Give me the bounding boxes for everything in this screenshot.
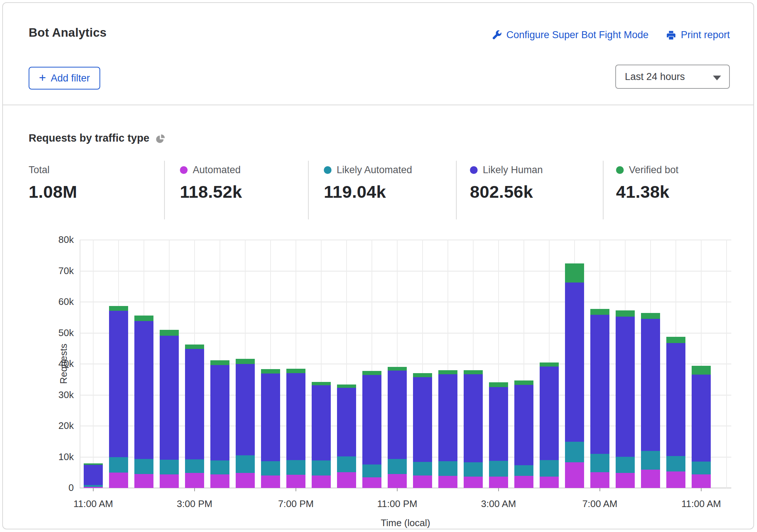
bar-segment-likely-human [261,374,280,461]
bar-segment-likely-automated [590,454,609,472]
add-filter-button[interactable]: + Add filter [29,67,100,90]
bar-segment-verified-bot [540,362,559,367]
y-tick-label: 70k [41,265,74,277]
bar-stack-hour-17[interactable] [514,380,533,488]
bar-stack-hour-2[interactable] [134,316,153,488]
configure-link-label: Configure Super Bot Fight Mode [506,29,648,41]
bar-segment-automated [312,475,331,488]
y-tick-label: 50k [41,327,74,339]
bar-segment-likely-automated [438,461,457,476]
bar-segment-verified-bot [185,345,204,349]
x-tick-mark [600,488,600,491]
y-tick-label: 10k [41,451,74,463]
bar-segment-likely-human [236,364,255,455]
bar-stack-hour-23[interactable] [666,337,685,488]
bar-segment-likely-human [312,385,331,460]
bar-segment-likely-automated [236,455,255,473]
x-tick-label: 11:00 AM [668,498,734,510]
x-tick-label: 7:00 PM [263,498,329,510]
stat-label: Verified bot [629,164,678,176]
bar-stack-hour-9[interactable] [312,382,331,488]
x-tick-label: 11:00 PM [364,498,430,510]
y-tick-label: 30k [41,389,74,401]
bar-segment-verified-bot [236,359,255,364]
bar-stack-hour-6[interactable] [236,359,255,488]
x-tick-mark [701,488,702,491]
legend-dot [324,166,332,174]
gridline-v [93,240,94,488]
stats-row: Total1.08MAutomated118.52kLikely Automat… [29,161,742,219]
bar-stack-hour-0[interactable] [84,463,103,488]
bar-stack-hour-8[interactable] [286,369,305,488]
bar-stack-hour-22[interactable] [641,313,660,488]
bar-stack-hour-18[interactable] [540,362,559,488]
bar-segment-automated [362,477,381,488]
stat-column-total: Total1.08M [29,161,164,219]
bar-segment-automated [413,475,432,488]
bar-stack-hour-7[interactable] [261,369,280,488]
bar-segment-likely-human [540,367,559,460]
bar-segment-verified-bot [666,337,685,343]
bar-stack-hour-10[interactable] [337,385,356,488]
bar-stack-hour-4[interactable] [185,345,204,488]
bar-segment-verified-bot [641,313,660,318]
bar-segment-likely-automated [312,460,331,475]
bar-segment-likely-automated [514,465,533,476]
bar-segment-likely-human [109,311,128,458]
bar-segment-likely-human [438,374,457,461]
bar-stack-hour-11[interactable] [362,371,381,488]
bar-stack-hour-1[interactable] [109,306,128,488]
header-divider [3,105,753,105]
legend-dot [180,166,188,174]
bar-stack-hour-16[interactable] [489,382,508,488]
bar-segment-automated [134,474,153,488]
bar-segment-likely-human [388,371,407,459]
stat-value: 41.38k [616,182,742,202]
bar-segment-likely-automated [388,459,407,474]
bar-stack-hour-19[interactable] [565,263,584,488]
x-tick-mark [93,488,94,491]
stat-value: 118.52k [180,182,308,202]
configure-super-bot-fight-mode-link[interactable]: Configure Super Bot Fight Mode [492,29,648,41]
bar-segment-likely-human [362,375,381,464]
bar-segment-likely-automated [540,460,559,477]
bar-segment-verified-bot [413,373,432,377]
bar-segment-automated [641,470,660,488]
bar-stack-hour-15[interactable] [464,370,483,488]
bar-segment-automated [286,475,305,488]
bar-stack-hour-20[interactable] [590,309,609,488]
bar-segment-verified-bot [565,263,584,283]
bar-segment-likely-automated [692,462,711,474]
bar-stack-hour-3[interactable] [160,330,179,488]
bar-segment-verified-bot [489,382,508,387]
time-range-select[interactable]: Last 24 hours [615,65,730,89]
bar-stack-hour-24[interactable] [692,366,711,488]
bar-segment-automated [438,476,457,488]
page-title: Bot Analytics [29,26,106,40]
bar-segment-automated [261,475,280,488]
bar-segment-likely-automated [210,460,229,474]
bar-segment-verified-bot [616,310,635,317]
bar-segment-verified-bot [388,367,407,371]
bar-segment-automated [185,473,204,488]
time-range-value: Last 24 hours [625,71,685,83]
bar-stack-hour-21[interactable] [616,310,635,488]
plus-icon: + [39,72,46,84]
bar-segment-likely-automated [565,442,584,462]
bar-stack-hour-13[interactable] [413,373,432,488]
bar-segment-automated [565,462,584,488]
bar-segment-likely-human [666,343,685,456]
bar-segment-likely-human [489,387,508,461]
stat-value: 1.08M [29,182,164,202]
bar-stack-hour-14[interactable] [438,370,457,488]
bar-segment-likely-human [616,317,635,457]
bar-stack-hour-12[interactable] [388,367,407,488]
x-tick-label: 11:00 AM [60,498,126,510]
bar-segment-likely-automated [489,461,508,477]
bar-stack-hour-5[interactable] [210,360,229,488]
print-report-link[interactable]: Print report [666,29,730,41]
bar-segment-verified-bot [692,366,711,375]
gridline-v [726,240,727,488]
stat-label: Likely Automated [337,164,412,176]
print-link-label: Print report [681,29,730,41]
